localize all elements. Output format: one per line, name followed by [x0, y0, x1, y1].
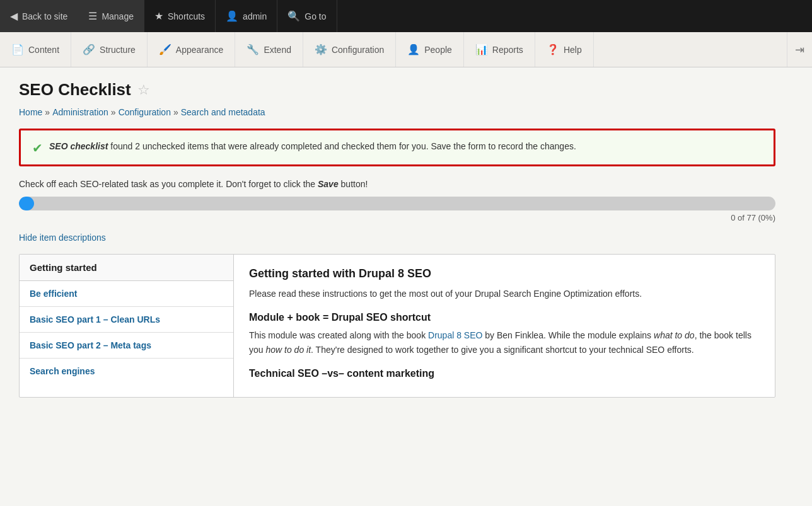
nav-structure[interactable]: 🔗 Structure: [71, 32, 148, 67]
panel-heading-1: Getting started with Drupal 8 SEO: [249, 267, 760, 280]
appearance-icon: 🖌️: [159, 43, 171, 55]
alert-text: Getting started with Drupal 8 SEO SEO ch…: [49, 139, 576, 153]
configuration-icon: ⚙️: [315, 43, 327, 55]
nav-people[interactable]: 👤 People: [396, 32, 464, 67]
admin-user-button[interactable]: 👤 admin: [216, 0, 277, 32]
instructions-text: Check off each SEO-related task as you c…: [19, 179, 775, 189]
nav-collapse-button[interactable]: ⇥: [787, 32, 812, 67]
progress-container: 0 of 77 (0%): [19, 197, 775, 222]
page-title: SEO Checklist: [19, 80, 131, 100]
breadcrumb-configuration[interactable]: Configuration: [119, 107, 171, 117]
breadcrumb-administration[interactable]: Administration: [52, 107, 108, 117]
menu-icon: ☰: [88, 10, 97, 22]
alert-box: ✔ Getting started with Drupal 8 SEO SEO …: [19, 129, 775, 166]
user-icon: 👤: [226, 10, 238, 22]
nav-configuration[interactable]: ⚙️ Configuration: [303, 32, 396, 67]
panel-heading-3: Technical SEO –vs– content marketing: [249, 368, 760, 379]
progress-bar-fill: [19, 197, 34, 210]
panel-sidebar-header: Getting started: [20, 255, 233, 281]
nav-help[interactable]: ❓ Help: [535, 32, 594, 67]
check-icon: ✔: [32, 141, 43, 156]
panel-sidebar: Getting started Be efficient Basic SEO p…: [20, 255, 234, 397]
panel-para-2: This module was created along with the b…: [249, 328, 760, 357]
sidebar-item-search-engines[interactable]: Search engines: [20, 359, 233, 384]
manage-button[interactable]: ☰ Manage: [78, 0, 144, 32]
people-icon: 👤: [407, 43, 420, 55]
panel-layout: Getting started Be efficient Basic SEO p…: [20, 255, 775, 397]
sidebar-item-basic-seo-part1[interactable]: Basic SEO part 1 – Clean URLs: [20, 307, 233, 333]
progress-bar-track: [19, 197, 775, 210]
admin-bar: ◀ Back to site ☰ Manage ★ Shortcuts 👤 ad…: [0, 0, 812, 32]
hide-descriptions-link[interactable]: Hide item descriptions: [19, 233, 106, 243]
structure-icon: 🔗: [83, 43, 95, 55]
breadcrumb-home[interactable]: Home: [19, 107, 42, 117]
progress-label: 0 of 77 (0%): [19, 213, 775, 222]
page-title-row: SEO Checklist ☆: [19, 80, 775, 100]
drupal-seo-link[interactable]: Drupal 8 SEO: [428, 330, 482, 340]
content-icon: 📄: [11, 43, 24, 55]
back-arrow-icon: ◀: [10, 10, 18, 22]
search-circle-icon: 🔍: [287, 10, 300, 22]
go-to-button[interactable]: 🔍 Go to: [277, 0, 337, 32]
nav-content[interactable]: 📄 Content: [0, 32, 71, 67]
breadcrumb: Home » Administration » Configuration » …: [19, 107, 775, 117]
nav-reports[interactable]: 📊 Reports: [464, 32, 535, 67]
panel-content-area: Getting started with Drupal 8 SEO Please…: [234, 255, 775, 397]
help-icon: ❓: [547, 43, 559, 55]
panel-para-1: Please read these instructions to get th…: [249, 287, 760, 301]
back-to-site-button[interactable]: ◀ Back to site: [0, 0, 78, 32]
nav-appearance[interactable]: 🖌️ Appearance: [148, 32, 236, 67]
main-panel: Getting started Be efficient Basic SEO p…: [19, 254, 775, 398]
star-icon: ★: [154, 10, 163, 22]
panel-heading-2: Module + book = Drupal SEO shortcut: [249, 312, 760, 323]
sidebar-item-be-efficient[interactable]: Be efficient: [20, 281, 233, 307]
page-content: SEO Checklist ☆ Home » Administration » …: [0, 67, 794, 410]
reports-icon: 📊: [475, 43, 488, 55]
favorite-star-icon[interactable]: ☆: [137, 82, 150, 98]
extend-icon: 🔧: [246, 43, 259, 55]
shortcuts-button[interactable]: ★ Shortcuts: [144, 0, 216, 32]
nav-extend[interactable]: 🔧 Extend: [235, 32, 303, 67]
secondary-nav: 📄 Content 🔗 Structure 🖌️ Appearance 🔧 Ex…: [0, 32, 812, 67]
breadcrumb-search-and-metadata[interactable]: Search and metadata: [181, 107, 265, 117]
sidebar-item-basic-seo-part2[interactable]: Basic SEO part 2 – Meta tags: [20, 333, 233, 359]
